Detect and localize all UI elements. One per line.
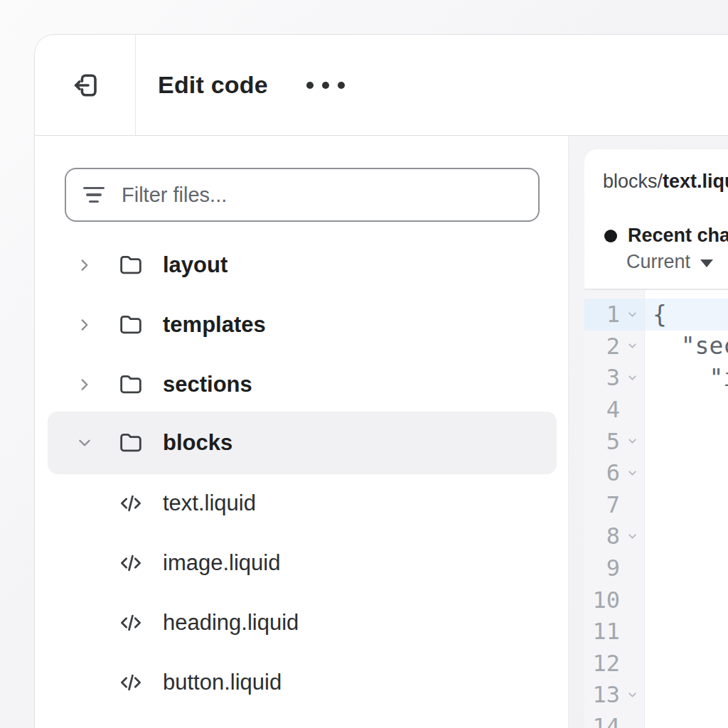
gutter-row: 6 — [584, 457, 644, 489]
line-number: 7 — [584, 491, 620, 518]
version-selector-value: Current — [626, 251, 690, 273]
gutter-row: 14 — [584, 711, 644, 728]
sidebar-folder-templates[interactable]: templates — [48, 295, 557, 355]
code-line — [645, 489, 728, 521]
open-file-breadcrumb: blocks/text.liquid — [603, 171, 728, 193]
gutter-row: 10 — [584, 584, 644, 616]
sidebar-file-text-liquid[interactable]: text.liquid — [48, 473, 557, 533]
folder-label: sections — [163, 372, 252, 397]
fold-chevron-icon[interactable] — [620, 372, 644, 384]
line-number: 4 — [584, 396, 620, 423]
sidebar-file-button-liquid[interactable]: button.liquid — [48, 653, 557, 712]
code-line: { — [645, 299, 728, 331]
code-line — [645, 679, 728, 711]
gutter-row: 9 — [584, 552, 644, 584]
filter-files-input[interactable] — [122, 183, 523, 207]
gutter-row: 12 — [584, 648, 644, 680]
line-number: 12 — [584, 650, 620, 677]
line-number: 14 — [584, 713, 620, 728]
code-file-icon — [114, 488, 147, 518]
folder-icon — [114, 251, 147, 279]
sidebar-folder-blocks[interactable]: blocks — [48, 412, 557, 474]
code-line — [645, 425, 728, 457]
file-label: button.liquid — [163, 670, 282, 695]
version-status: Recent changes — [604, 225, 728, 247]
file-label: text.liquid — [163, 491, 256, 516]
file-sidebar: layout templates sections — [34, 136, 569, 728]
code-line — [645, 520, 728, 552]
line-number: 9 — [584, 555, 620, 582]
gutter-row: 2 — [584, 331, 644, 363]
editor-panel: blocks/text.liquid Recent changes Curren… — [584, 149, 728, 728]
fold-chevron-icon[interactable] — [620, 435, 644, 447]
code-line — [645, 711, 728, 728]
gutter-row: 1 — [584, 299, 644, 331]
code-editor-body: 1 2 3 4 5 — [584, 290, 728, 728]
fold-chevron-icon[interactable] — [620, 309, 644, 321]
code-file-icon — [114, 548, 147, 578]
code-line: "i — [645, 362, 728, 394]
line-number-gutter: 1 2 3 4 5 — [584, 290, 645, 728]
page-title: Edit code — [158, 71, 268, 99]
line-number: 10 — [584, 587, 620, 614]
sidebar-folder-sections[interactable]: sections — [48, 355, 557, 414]
chevron-right-icon[interactable] — [72, 317, 97, 333]
filter-files-box[interactable] — [65, 168, 540, 222]
line-number: 8 — [584, 523, 620, 550]
folder-label: layout — [163, 252, 228, 278]
exit-icon — [69, 69, 102, 102]
code-line — [645, 552, 728, 584]
more-actions-button[interactable] — [301, 76, 350, 95]
line-number: 3 — [584, 364, 620, 391]
version-status-label: Recent changes — [628, 225, 728, 247]
breadcrumb-folder: blocks/ — [603, 171, 663, 192]
code-line — [645, 457, 728, 489]
sidebar-file-image-liquid[interactable]: image.liquid — [48, 533, 557, 593]
header-bar: Edit code — [34, 34, 728, 136]
caret-down-icon — [700, 259, 713, 267]
code-line — [645, 584, 728, 616]
sidebar-folder-layout[interactable]: layout — [48, 235, 557, 295]
code-editor-screen: Edit code layout — [0, 0, 728, 728]
sidebar-file-heading-liquid[interactable]: heading.liquid — [48, 593, 557, 653]
title-section: Edit code — [136, 35, 350, 135]
file-label: heading.liquid — [163, 610, 299, 636]
folder-icon — [114, 429, 147, 457]
code-file-icon — [114, 608, 147, 638]
gutter-row: 11 — [584, 616, 644, 648]
line-number: 2 — [584, 333, 620, 360]
filter-icon — [82, 186, 106, 204]
line-number: 13 — [584, 681, 620, 708]
gutter-row: 3 — [584, 362, 644, 394]
breadcrumb-file: text.liquid — [663, 171, 728, 192]
exit-section — [35, 35, 136, 135]
folder-icon — [114, 311, 147, 339]
fold-chevron-icon[interactable] — [620, 689, 644, 701]
code-line — [645, 616, 728, 648]
code-line — [645, 394, 728, 426]
gutter-row: 5 — [584, 425, 644, 457]
gutter-row: 4 — [584, 394, 644, 426]
chevron-right-icon[interactable] — [72, 377, 97, 392]
code-text-area[interactable]: { "sec "i — [645, 290, 728, 728]
code-line — [645, 648, 728, 680]
version-selector[interactable]: Current — [626, 251, 713, 273]
exit-button[interactable] — [65, 65, 105, 105]
fold-chevron-icon[interactable] — [620, 530, 644, 542]
gutter-row: 8 — [584, 520, 644, 552]
line-number: 1 — [584, 301, 620, 328]
chevron-down-icon[interactable] — [72, 435, 97, 451]
code-file-icon — [114, 668, 147, 697]
folder-label: templates — [163, 312, 266, 338]
line-number: 6 — [584, 459, 620, 486]
fold-chevron-icon[interactable] — [620, 340, 644, 352]
chevron-right-icon[interactable] — [72, 257, 97, 273]
folder-label: blocks — [163, 430, 232, 456]
gutter-row: 13 — [584, 679, 644, 711]
gutter-row: 7 — [584, 489, 644, 521]
unsaved-dot-icon — [604, 230, 617, 242]
file-label: image.liquid — [163, 550, 280, 576]
line-number: 5 — [584, 428, 620, 455]
fold-chevron-icon[interactable] — [620, 467, 644, 479]
line-number: 11 — [584, 618, 620, 645]
